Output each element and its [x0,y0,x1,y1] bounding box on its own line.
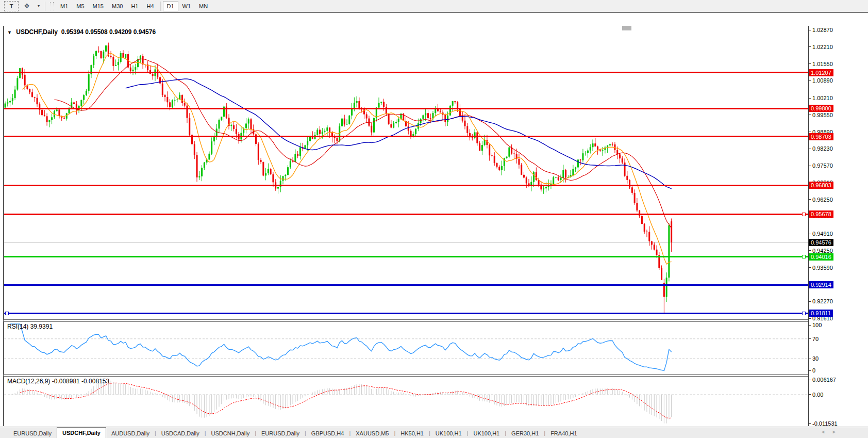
timeframe-button-group: M1M5M15M30H1H4D1W1MN [56,1,212,11]
tick-dash [809,301,811,302]
timeframe-button-w1[interactable]: W1 [178,1,195,11]
price-level-badge: 0.99800 [809,105,833,112]
tick-dash [809,267,811,268]
tab-usdcad-daily[interactable]: USDCAD,Daily [156,428,205,438]
tab-hk50-h1[interactable]: HK50,H1 [395,428,429,438]
tick-dash [809,132,811,132]
macd-signal-line [20,383,672,418]
tab-fra40-h1[interactable]: FRA40,H1 [545,428,582,438]
tab-usdchf-daily[interactable]: USDCHF,Daily [57,427,106,438]
tick-dash [809,325,811,326]
price-axis-separator [808,26,809,426]
macd-tick-label: -0.011531 [812,420,838,427]
tick-dash [809,380,811,380]
main-price-pane[interactable] [0,26,808,319]
tick-dash [809,30,811,30]
line-selection-handle[interactable] [5,312,9,315]
chart-ohlc-values: 0.95394 0.95508 0.94209 0.94576 [61,28,156,36]
tab-scroll-left-icon[interactable]: ◄ [821,429,825,434]
tab-xauusd-m5[interactable]: XAUUSD,M5 [350,428,394,438]
tick-dash [809,338,811,339]
price-tick-label: 0.93590 [812,265,833,271]
tick-dash [809,149,811,149]
timeframe-button-m15[interactable]: M15 [89,1,108,11]
tick-dash [809,234,811,234]
horizontal-level-line[interactable] [4,136,808,137]
price-tick-label: 1.02870 [812,27,833,33]
macd-tick-label: 0.00 [812,392,823,398]
tick-dash [809,199,811,200]
timeframe-button-m30[interactable]: M30 [108,1,127,11]
timeframe-button-d1[interactable]: D1 [163,1,178,11]
macd-indicator-pane[interactable] [0,376,808,426]
line-selection-handle[interactable] [802,312,806,315]
tab-eurusd-daily[interactable]: EURUSD,Daily [256,428,305,438]
tick-dash [809,318,811,319]
tile-windows-icon[interactable]: ❖ [20,1,34,11]
rsi-tick-label: 70 [812,336,819,342]
toolbar-grip[interactable] [50,2,54,10]
candles-layer [5,43,673,313]
chevron-down-icon[interactable]: ▾ [35,1,42,11]
line-selection-handle[interactable] [802,255,806,258]
rsi-indicator-pane[interactable] [0,321,808,374]
toolbar: T ❖ ▾ M1M5M15M30H1H4D1W1MN [0,0,868,12]
price-level-badge: 0.92914 [809,281,833,288]
tab-usdcnh-daily[interactable]: USDCNH,Daily [206,428,255,438]
tab-scroll-right-icon[interactable]: ► [832,429,837,434]
horizontal-level-line[interactable] [4,256,808,257]
tick-dash [809,423,811,424]
macd-current-values: -0.008981 -0.008153 [52,378,109,385]
timeframe-button-mn[interactable]: MN [195,1,212,11]
horizontal-level-line[interactable] [4,108,808,109]
rsi-line [10,324,672,371]
chart-scrollbar-thumb[interactable] [622,26,631,30]
rsi-tick-label: 30 [812,355,819,362]
macd-axis-tick: -0.011531 [809,420,838,427]
price-tick-label: 1.01550 [812,61,833,67]
price-tick-label: 0.94910 [812,231,833,237]
tick-dash [809,46,811,47]
price-tick-label: 1.02210 [812,44,833,50]
price-tick-label: 1.00890 [812,77,833,84]
tick-dash [809,166,811,166]
timeframe-button-m5[interactable]: M5 [72,1,88,11]
timeframe-button-h4[interactable]: H4 [142,1,158,11]
price-tick: 1.00210 [809,95,833,101]
price-tick-label: 0.98230 [812,145,833,152]
tab-eurusd-daily[interactable]: EURUSD,Daily [8,428,57,438]
macd-axis-tick: 0.006167 [809,377,836,383]
tab-uk100-h1[interactable]: UK100,H1 [430,428,467,438]
price-level-badge: 0.95678 [809,210,833,218]
horizontal-level-line[interactable] [4,313,808,314]
price-tick: 1.02210 [809,44,833,50]
horizontal-level-line[interactable] [4,214,808,215]
pane-splitter[interactable] [4,319,808,322]
macd-tick-label: 0.006167 [812,377,836,383]
rsi-axis-tick: 100 [809,322,822,328]
text-label-tool-icon[interactable]: T [4,1,19,11]
horizontal-level-line[interactable] [4,284,808,286]
tick-dash [809,359,811,359]
tab-gbpusd-h4[interactable]: GBPUSD,H4 [306,428,349,438]
price-tick: 0.98230 [809,145,833,152]
price-level-badge: 1.01207 [809,69,833,76]
rsi-axis-tick: 30 [809,355,819,362]
ma-fast-line [22,53,671,264]
tab-ger30-h1[interactable]: GER30,H1 [506,428,544,438]
horizontal-level-line[interactable] [4,185,808,186]
horizontal-level-line[interactable] [4,72,808,73]
pane-splitter[interactable] [4,374,808,377]
timeframe-button-m1[interactable]: M1 [56,1,72,11]
collapse-triangle-icon[interactable]: ▼ [7,30,12,35]
tab-audusd-daily[interactable]: AUDUSD,Daily [106,428,155,438]
rsi-tick-label: 0 [812,367,815,374]
price-level-badge: 0.91811 [809,310,833,317]
tick-dash [809,250,811,251]
price-tick-label: 0.92270 [812,298,833,304]
line-selection-handle[interactable] [802,213,806,216]
timeframe-button-h1[interactable]: H1 [127,1,142,11]
chart-title-bar: ▼ USDCHF,Daily 0.95394 0.95508 0.94209 0… [7,28,156,36]
price-tick: 0.96250 [809,197,833,203]
tab-uk100-h1[interactable]: UK100,H1 [468,428,505,438]
